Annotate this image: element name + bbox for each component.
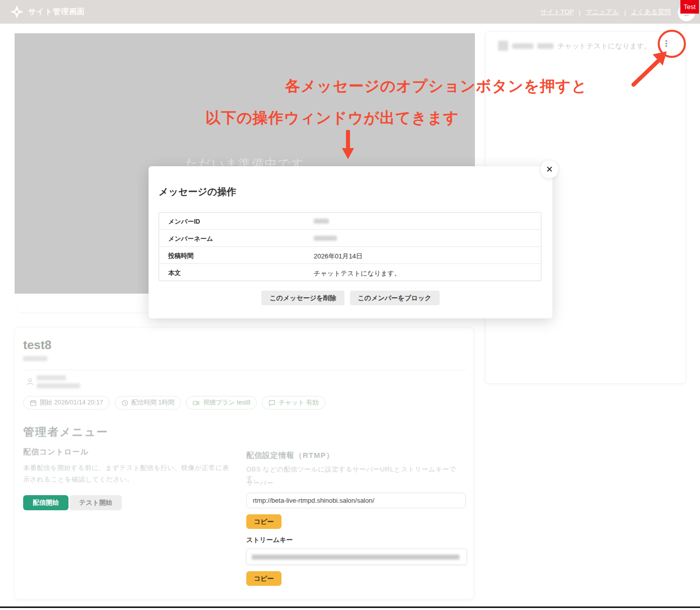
member-name-value-blurred: [314, 236, 337, 241]
table-row: メンバーID: [159, 213, 541, 230]
start-test-button[interactable]: テスト開始: [69, 495, 122, 510]
badge-label: 視聴プラン test8: [203, 398, 250, 407]
annotation-arrow-icon: [628, 49, 670, 89]
badge-label: チャット 有効: [278, 398, 319, 407]
message-body-value: チャットテストになります。: [314, 269, 401, 278]
chat-avatar-blurred: [498, 41, 508, 51]
site-logo-icon: [10, 5, 24, 19]
nav-link-site-top[interactable]: サイトTOP: [540, 8, 574, 17]
nav-link-faq[interactable]: よくある質問: [631, 8, 671, 17]
member-id-value-blurred: [314, 219, 329, 224]
chat-bubble-icon: [268, 399, 275, 406]
message-operations-modal: ✕ メッセージの操作 メンバーID メンバーネーム 投稿時間 2026年01月1…: [149, 166, 552, 318]
message-detail-table: メンバーID メンバーネーム 投稿時間 2026年01月14日 本文 チャットテ…: [159, 212, 541, 281]
annotation-text-line2: 以下の操作ウィンドウが出てきます: [205, 108, 459, 128]
stream-control-description: 本番配信を開始する前に、まずテスト配信を行い、映像が正常に表示されることを確認し…: [23, 462, 231, 486]
calendar-icon: [30, 399, 37, 406]
server-label: サーバー: [246, 479, 274, 488]
table-row: 投稿時間 2026年01月14日: [159, 247, 541, 264]
page-title: サイト管理画面: [28, 7, 85, 17]
stream-badge-row: 開始 2026/01/14 20:17 配信時間 1時間 視聴プラン test8…: [23, 396, 325, 410]
admin-menu-heading: 管理者メニュー: [23, 425, 109, 440]
close-icon[interactable]: ✕: [540, 160, 559, 179]
rtmp-settings-description: OBS などの配信ツールに設定するサーバーURLとストリームキーです。: [246, 465, 468, 483]
duration-badge: 配信時間 1時間: [115, 396, 181, 410]
nav-separator: |: [624, 9, 625, 16]
nav-link-manual[interactable]: マニュアル: [586, 8, 619, 17]
start-time-badge: 開始 2026/01/14 20:17: [23, 396, 110, 410]
start-stream-button[interactable]: 配信開始: [23, 495, 68, 510]
post-time-label: 投稿時間: [168, 252, 193, 260]
app-header: サイト管理画面 サイトTOP | マニュアル | よくある質問 Test: [0, 0, 700, 24]
divider: [23, 370, 466, 370]
plan-badge: 視聴プラン test8: [186, 396, 257, 410]
message-body-label: 本文: [168, 269, 181, 278]
nav-separator: |: [579, 9, 580, 16]
stream-title: test8: [23, 338, 51, 352]
delete-message-button[interactable]: このメッセージを削除: [261, 291, 344, 305]
modal-title: メッセージの操作: [159, 185, 236, 198]
annotation-text-line1: 各メッセージのオプションボタンを押すと: [285, 76, 587, 97]
table-row: メンバーネーム: [159, 230, 541, 247]
clock-icon: [121, 399, 128, 406]
copy-server-button[interactable]: コピー: [246, 514, 282, 529]
post-time-value: 2026年01月14日: [314, 252, 363, 261]
owner-person-icon: [26, 377, 34, 386]
member-id-label: メンバーID: [168, 218, 200, 226]
stream-key-label: ストリームキー: [246, 535, 293, 545]
chat-username-blurred: [537, 43, 553, 49]
test-environment-badge: Test: [680, 0, 699, 14]
chat-username-blurred: [512, 43, 533, 49]
server-url-input[interactable]: [246, 493, 466, 508]
owner-id-blurred: [37, 383, 80, 388]
copy-stream-key-button[interactable]: コピー: [246, 571, 282, 586]
annotation-down-arrow-icon: [341, 130, 355, 160]
modal-button-row: このメッセージを削除 このメンバーをブロック: [149, 291, 552, 305]
header-nav: サイトTOP | マニュアル | よくある質問: [540, 8, 671, 17]
badge-label: 開始 2026/01/14 20:17: [40, 398, 103, 407]
stream-control-heading: 配信コントロール: [23, 447, 89, 457]
block-member-button[interactable]: このメンバーをブロック: [350, 291, 440, 305]
badge-label: 配信時間 1時間: [131, 398, 174, 407]
chat-enabled-badge: チャット 有効: [262, 396, 325, 410]
stream-key-input[interactable]: [246, 549, 467, 565]
stream-admin-card: test8 開始 2026/01/14 20:17 配信時間 1時間: [15, 327, 474, 599]
member-name-label: メンバーネーム: [168, 235, 213, 243]
footer-top-border: [0, 606, 700, 608]
stream-subtitle-blurred: [23, 356, 47, 361]
table-row: 本文 チャットテストになります。: [159, 264, 541, 281]
stream-key-value-blurred: [252, 555, 459, 560]
rtmp-settings-heading: 配信設定情報（RTMP）: [246, 451, 334, 460]
video-camera-icon: [192, 399, 200, 406]
owner-name-blurred: [37, 375, 66, 380]
